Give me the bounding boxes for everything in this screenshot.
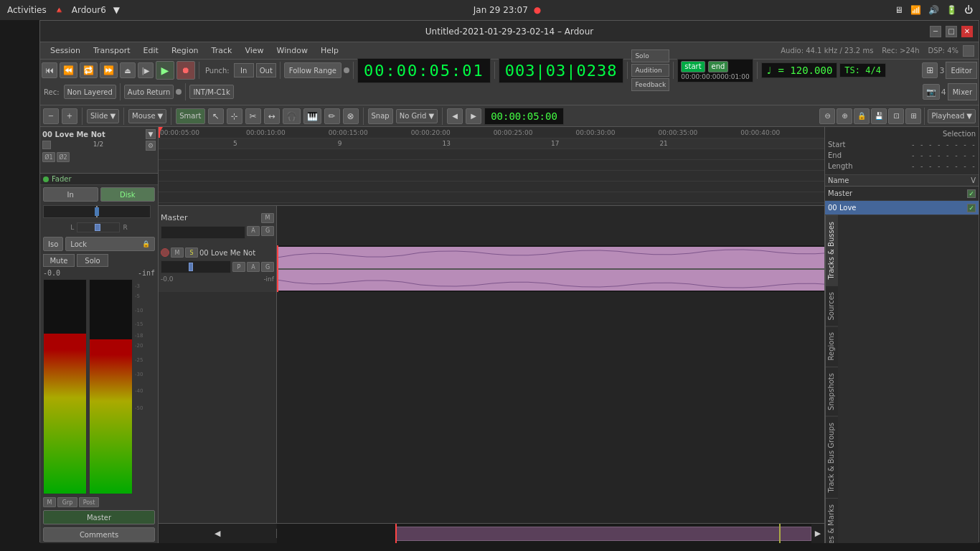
grp-btn[interactable]: Grp — [57, 497, 77, 507]
disk-button[interactable]: Disk — [100, 187, 156, 202]
zoom-fit-button[interactable]: ⊡ — [888, 108, 904, 124]
loop-button[interactable]: 🔁 — [80, 62, 98, 78]
tab-track-bus-groups[interactable]: Track & Bus Groups — [826, 416, 838, 499]
rewind-to-start-button[interactable]: ⏮ — [42, 62, 57, 78]
end-marker-button[interactable]: end — [708, 61, 729, 72]
ts-display[interactable]: TS: 4/4 — [839, 63, 886, 77]
non-layered-button[interactable]: Non Layered — [64, 85, 116, 99]
lock-button[interactable]: Lock 🔒 — [65, 237, 155, 251]
smart-button[interactable]: Smart — [176, 108, 204, 124]
auto-return-button[interactable]: Auto Return — [124, 85, 174, 99]
menu-session[interactable]: Session — [44, 44, 86, 57]
menu-edit[interactable]: Edit — [138, 44, 164, 57]
tracks-master-check[interactable]: ✓ — [967, 189, 976, 198]
master-g-btn[interactable]: G — [261, 226, 274, 236]
play-button[interactable]: ▶ — [156, 61, 174, 80]
solo-button[interactable]: Solo — [631, 50, 669, 62]
master-output-button[interactable]: Master — [43, 510, 155, 524]
mute-button[interactable]: Mute — [43, 254, 75, 267]
audio-track-canvas[interactable] — [277, 245, 824, 292]
menu-track[interactable]: Track — [206, 44, 238, 57]
tab-sources[interactable]: Sources — [826, 286, 838, 326]
panner-control[interactable] — [43, 205, 151, 218]
o1-btn[interactable]: Ø1 — [42, 152, 55, 162]
int-mc1k-button[interactable]: INT/M-C1k — [189, 85, 233, 99]
next-marker-button[interactable]: ▶ — [466, 108, 481, 124]
audio-record-btn[interactable] — [161, 248, 169, 257]
tracks-love-check[interactable]: ✓ — [967, 204, 976, 212]
tracks-master-entry[interactable]: Master ✓ — [825, 187, 979, 201]
solo-main-button[interactable]: Solo — [77, 254, 108, 267]
stretch-tool[interactable]: ↔ — [264, 108, 280, 124]
piano-tool[interactable]: 🎹 — [303, 108, 321, 124]
strip-menu-icon[interactable]: ▼ — [146, 129, 156, 139]
start-marker-button[interactable]: start — [681, 61, 705, 72]
punch-out-button[interactable]: Out — [256, 63, 276, 77]
audition-button[interactable]: Audition — [631, 64, 669, 77]
editor-button[interactable]: Editor — [946, 62, 977, 79]
color-swatch[interactable] — [42, 141, 51, 149]
punch-in-button[interactable]: In — [234, 63, 254, 77]
strip-settings-icon[interactable]: ⚙ — [146, 141, 156, 151]
menu-transport[interactable]: Transport — [88, 44, 136, 57]
tab-snapshots[interactable]: Snapshots — [826, 367, 838, 416]
playhead-dropdown[interactable]: Playhead ▼ — [928, 109, 976, 123]
in-button[interactable]: In — [43, 187, 98, 202]
post-btn[interactable]: Post — [79, 497, 99, 507]
zoom-in-button[interactable]: + — [62, 108, 77, 124]
slide-dropdown[interactable]: Slide ▼ — [87, 109, 119, 123]
audio-fader-handle[interactable] — [189, 263, 193, 271]
maximize-button[interactable]: □ — [946, 26, 957, 37]
mouse-dropdown[interactable]: Mouse ▼ — [128, 109, 166, 123]
return-to-zero-button[interactable]: ⏏ — [120, 62, 136, 78]
lock-btn2[interactable]: 🔒 — [854, 108, 870, 124]
close-button[interactable]: ✕ — [961, 26, 973, 37]
cut-tool[interactable]: ✂ — [245, 108, 261, 124]
master-a-btn[interactable]: A — [247, 226, 260, 236]
bpm-display[interactable]: ♩ = 120.000 — [761, 62, 838, 78]
forward-button[interactable]: |▶ — [138, 62, 154, 78]
m-bottom-btn[interactable]: M — [43, 497, 56, 507]
nudge-fwd-button[interactable]: ⊕ — [837, 108, 852, 124]
fast-forward-button[interactable]: ⏩ — [100, 62, 118, 78]
listen-tool[interactable]: 🎧 — [283, 108, 301, 124]
iso-button[interactable]: Iso — [43, 237, 63, 251]
grid-dropdown[interactable]: No Grid ▼ — [396, 109, 438, 123]
nudge-back-button[interactable]: ⊖ — [819, 108, 835, 124]
audio-m-btn[interactable]: M — [171, 248, 184, 258]
snap-button[interactable]: Snap — [368, 108, 393, 124]
erase-tool[interactable]: ⊗ — [343, 108, 359, 124]
audio-p-btn[interactable]: P — [232, 262, 245, 272]
snap-region-button[interactable]: ⊞ — [922, 62, 938, 78]
select-tool[interactable]: ↖ — [208, 108, 224, 124]
app-name-label[interactable]: Ardour6 — [72, 5, 106, 15]
follow-range-button[interactable]: Follow Range — [284, 62, 341, 78]
tracks-love-entry[interactable]: 00 Love ✓ — [825, 201, 979, 215]
overview-waveform[interactable] — [395, 527, 811, 541]
master-track-canvas[interactable] — [277, 206, 824, 245]
tab-ranges-marks[interactable]: Ranges & Marks — [826, 498, 838, 543]
audio-g-btn[interactable]: G — [261, 262, 274, 272]
audio-a-btn[interactable]: A — [247, 262, 260, 272]
comments-button[interactable]: Comments — [43, 527, 155, 542]
menu-help[interactable]: Help — [315, 44, 344, 57]
zoom-out-button[interactable]: − — [43, 108, 59, 124]
tab-regions[interactable]: Regions — [826, 326, 838, 366]
pencil-tool[interactable]: ✏ — [324, 108, 340, 124]
minimize-button[interactable]: ─ — [930, 26, 941, 37]
record-button[interactable]: ⏺ — [176, 61, 195, 80]
audio-s-btn[interactable]: S — [185, 248, 198, 258]
panner-handle[interactable] — [95, 207, 99, 216]
fader-slider[interactable] — [95, 224, 100, 231]
prev-marker-button[interactable]: ◀ — [447, 108, 463, 124]
range-tool[interactable]: ⊹ — [227, 108, 242, 124]
master-m-btn[interactable]: M — [261, 213, 274, 223]
mixer-button[interactable]: Mixer — [948, 83, 977, 100]
frac-btn[interactable]: 1/2 — [52, 141, 144, 151]
menu-region[interactable]: Region — [166, 44, 204, 57]
rewind-button[interactable]: ⏪ — [60, 62, 77, 78]
o2-btn[interactable]: Ø2 — [57, 152, 70, 162]
menu-window[interactable]: Window — [271, 44, 314, 57]
save-button[interactable]: 💾 — [871, 108, 887, 124]
scroll-left-btn[interactable]: ◀ — [215, 529, 220, 538]
